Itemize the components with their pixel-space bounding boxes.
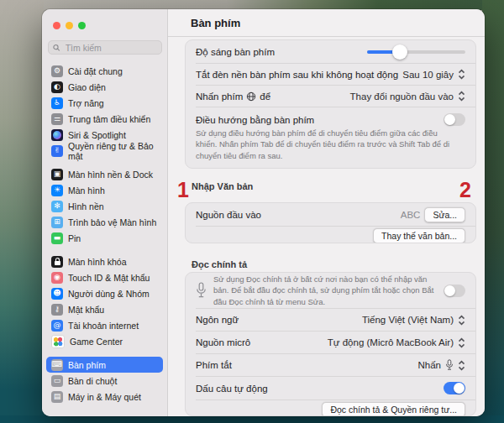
sidebar-item-trackpad[interactable]: ▭Bàn di chuột xyxy=(46,373,163,389)
dictation-shortcut-label: Phím tắt xyxy=(196,360,232,370)
sidebar-item-screen-saver[interactable]: ⊞Trình bảo vệ Màn hình xyxy=(46,214,163,230)
dictation-info-row: Sử dụng Đọc chính tả ở bất cứ nơi nào bạ… xyxy=(186,273,475,308)
search-field[interactable] xyxy=(48,40,162,55)
fn-key-value: Thay đổi nguồn đầu vào xyxy=(350,91,454,102)
zoom-button[interactable] xyxy=(78,22,86,29)
text-replacements-button[interactable]: Thay thế văn bản... xyxy=(373,228,465,243)
auto-punctuation-row: Dấu câu tự động xyxy=(186,377,475,400)
sidebar-item-label: Pin xyxy=(68,233,81,243)
wallpaper xyxy=(0,415,504,423)
siri-icon xyxy=(51,129,63,141)
dictation-group: Sử dụng Đọc chính tả ở bất cứ nơi nào bạ… xyxy=(185,272,476,416)
sidebar-item-wallpaper[interactable]: ✻Hình nền xyxy=(46,198,163,214)
keyboard-brightness-row: Độ sáng bàn phím xyxy=(186,40,475,63)
screen-saver-icon: ⊞ xyxy=(51,217,63,228)
sidebar-item-touch-id[interactable]: ◉Touch ID & Mật khẩu xyxy=(46,269,163,285)
fn-key-select[interactable]: Thay đổi nguồn đầu vào xyxy=(350,91,465,102)
dictation-toggle[interactable] xyxy=(444,285,465,297)
chevron-updown-icon xyxy=(458,337,465,348)
language-value: Tiếng Việt (Việt Nam) xyxy=(362,315,454,325)
backlight-timeout-value: Sau 10 giây xyxy=(402,70,454,80)
sidebar-item-label: Bàn phím xyxy=(68,360,106,370)
panel-titlebar: Bàn phím xyxy=(168,9,485,37)
minimize-button[interactable] xyxy=(66,22,73,29)
language-label: Ngôn ngữ xyxy=(196,315,239,325)
printer-icon: ▤ xyxy=(51,391,63,403)
system-settings-window: ⚙Cài đặt chung ◐Giao diện ♿Trợ năng ⚌Tru… xyxy=(42,9,485,416)
keyboard-navigation-row: Điều hướng bằng bàn phím Sử dụng điều hư… xyxy=(186,107,475,165)
sidebar-item-battery[interactable]: ▬Pin xyxy=(46,230,163,246)
sidebar-item-keyboard[interactable]: ⌨Bàn phím xyxy=(46,357,163,373)
sidebar-item-label: Máy in & Máy quét xyxy=(68,392,141,402)
appearance-icon: ◐ xyxy=(51,81,63,93)
sidebar-item-control-center[interactable]: ⚌Trung tâm điều khiển xyxy=(46,111,163,127)
shortcuts-row: Phím tắt... xyxy=(186,165,475,169)
gear-icon: ⚙ xyxy=(51,65,63,77)
search-input[interactable] xyxy=(64,42,157,54)
auto-punctuation-toggle[interactable] xyxy=(444,382,465,394)
sidebar-item-label: Giao diện xyxy=(68,82,106,92)
close-button[interactable] xyxy=(53,22,60,29)
sidebar-item-displays[interactable]: ☀Màn hình xyxy=(46,182,163,198)
dictation-shortcut-row: Phím tắt Nhấn xyxy=(186,354,475,376)
users-icon: ☻ xyxy=(51,288,63,300)
microphone-source-label: Nguồn micrô xyxy=(196,337,250,347)
game-center-icon xyxy=(51,335,65,348)
globe-icon xyxy=(246,91,256,102)
sidebar-item-label: Hình nền xyxy=(68,201,104,212)
language-select[interactable]: Tiếng Việt (Việt Nam) xyxy=(362,315,465,326)
sidebar-item-label: Trợ năng xyxy=(68,98,104,108)
sidebar-item-passwords[interactable]: ⚷Mật khẩu xyxy=(46,301,163,317)
keyboard-brightness-slider[interactable] xyxy=(367,44,465,60)
fn-key-row: Nhấn phím để Thay đổi nguồn đầu vào xyxy=(186,86,475,107)
trackpad-icon: ▭ xyxy=(51,375,63,387)
sidebar-item-lock-screen[interactable]: Màn hình khóa xyxy=(46,253,163,269)
sidebar-item-accessibility[interactable]: ♿Trợ năng xyxy=(46,95,163,111)
backlight-timeout-label: Tắt đèn nền bàn phím sau khi không hoạt … xyxy=(196,70,398,80)
dictation-section-header: Đọc chính tả xyxy=(192,259,247,269)
input-sources-label: Nguồn đầu vào xyxy=(196,210,261,220)
sidebar-item-game-center[interactable]: Game Center xyxy=(46,333,163,349)
keyboard-navigation-description: Sử dụng điều hướng bàn phím để di chuyển… xyxy=(196,128,465,161)
sidebar-item-label: Màn hình xyxy=(68,185,105,196)
sidebar-item-general[interactable]: ⚙Cài đặt chung xyxy=(46,63,163,79)
fn-key-label-suffix: để xyxy=(260,91,270,102)
wallpaper xyxy=(482,0,504,423)
edit-input-sources-button[interactable]: Sửa... xyxy=(424,207,465,222)
dictation-shortcut-select[interactable]: Nhấn xyxy=(418,359,466,371)
text-replacements-row: Thay thế văn bản... xyxy=(186,227,475,243)
text-input-group: Nguồn đầu vào ABC Sửa... Thay thế văn bả… xyxy=(185,202,476,243)
microphone-source-row: Nguồn micrô Tự động (Micrô MacBook Air) xyxy=(186,332,475,353)
microphone-icon xyxy=(196,282,207,299)
battery-icon: ▬ xyxy=(51,232,63,244)
at-icon: @ xyxy=(51,320,63,332)
dock-icon: ▣ xyxy=(51,169,63,180)
privacy-hand-icon: ✌ xyxy=(51,145,63,157)
sidebar-item-label: Siri & Spotlight xyxy=(68,130,126,140)
sidebar-item-label: Game Center xyxy=(70,337,123,347)
slider-knob[interactable] xyxy=(392,44,407,60)
sidebar-item-desktop-dock[interactable]: ▣Màn hình nền & Dock xyxy=(46,166,163,182)
microphone-source-select[interactable]: Tự động (Micrô MacBook Air) xyxy=(328,337,465,348)
sidebar-item-users-groups[interactable]: ☻Người dùng & Nhóm xyxy=(46,285,163,301)
backlight-timeout-select[interactable]: Sau 10 giây xyxy=(402,69,465,80)
panel-content: Độ sáng bàn phím Tắt đèn nền bàn phím sa… xyxy=(168,37,485,416)
sidebar-item-privacy-security[interactable]: ✌Quyền riêng tư & Bảo mật xyxy=(46,143,163,159)
dictation-privacy-row: Đọc chính tả & Quyền riêng tư... xyxy=(186,400,475,416)
sidebar-item-label: Bàn di chuột xyxy=(68,376,117,386)
sidebar-item-label: Quyền riêng tư & Bảo mật xyxy=(68,141,158,161)
backlight-timeout-row: Tắt đèn nền bàn phím sau khi không hoạt … xyxy=(186,64,475,85)
chevron-updown-icon xyxy=(458,91,465,102)
fn-key-label: Nhấn phím để xyxy=(196,91,270,102)
sidebar-item-internet-accounts[interactable]: @Tài khoản internet xyxy=(46,317,163,333)
sidebar-item-label: Màn hình khóa xyxy=(68,257,126,267)
dictation-description: Sử dụng Đọc chính tả ở bất cứ nơi nào bạ… xyxy=(213,274,437,307)
sidebar-item-printers-scanners[interactable]: ▤Máy in & Máy quét xyxy=(46,389,163,405)
keyboard-settings-group: Độ sáng bàn phím Tắt đèn nền bàn phím sa… xyxy=(185,39,476,169)
chevron-updown-icon xyxy=(458,360,465,371)
keyboard-navigation-toggle[interactable] xyxy=(444,113,465,126)
sidebar-item-appearance[interactable]: ◐Giao diện xyxy=(46,79,163,95)
sidebar: ⚙Cài đặt chung ◐Giao diện ♿Trợ năng ⚌Tru… xyxy=(42,9,168,416)
sidebar-item-label: Cài đặt chung xyxy=(68,66,123,76)
dictation-privacy-button[interactable]: Đọc chính tả & Quyền riêng tư... xyxy=(322,402,465,416)
